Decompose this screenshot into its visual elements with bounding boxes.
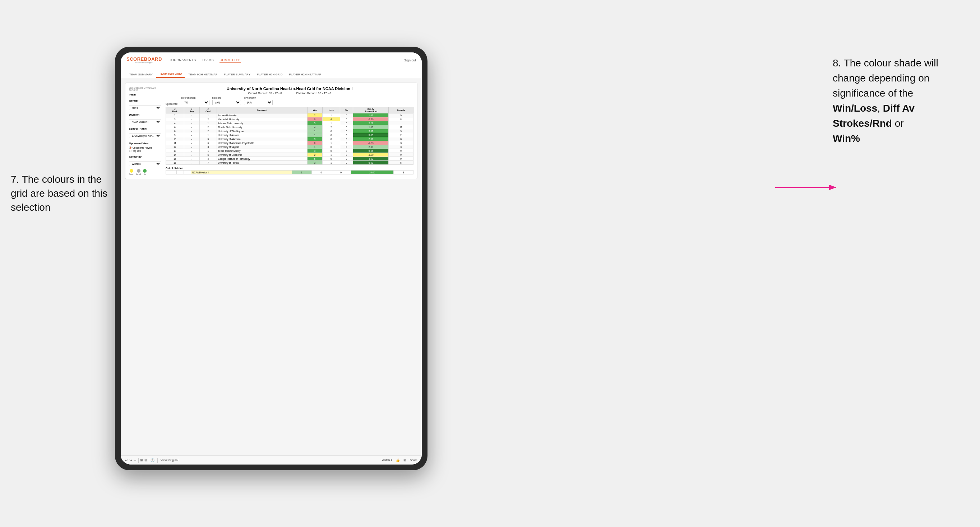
cell-5: 1 — [322, 153, 340, 157]
cell-1: - — [184, 145, 199, 149]
sidebar-gender: Gender Men's — [129, 99, 161, 110]
grid-icon[interactable]: ⊞ — [403, 459, 406, 462]
cell-1: - — [184, 153, 199, 157]
format-icon[interactable]: ⊟ — [145, 459, 147, 462]
cell-4: 3 — [307, 137, 322, 141]
conference-filter[interactable]: (All) — [181, 100, 210, 105]
nav-teams[interactable]: TEAMS — [202, 57, 214, 63]
cell-2: 1 — [199, 121, 216, 125]
cell-4: 1 — [307, 133, 322, 137]
col-rounds: Rounds — [389, 107, 414, 113]
cell-6: 0 — [340, 161, 353, 165]
gender-select[interactable]: Men's — [129, 106, 161, 110]
cell-8: 8 — [389, 137, 414, 141]
cell-8: 9 — [389, 113, 414, 117]
radio-opponents-played[interactable]: Opponents Played — [129, 146, 161, 149]
sign-out-link[interactable]: Sign out — [404, 59, 416, 62]
cell-5: 0 — [322, 137, 340, 141]
copy-icon[interactable]: ⊞ — [140, 459, 143, 462]
cell-5: 1 — [322, 161, 340, 165]
table-header-row: #Rank #Reg #Conf Opponent Win Loss Tie D… — [166, 107, 414, 113]
cell-0: 14 — [166, 153, 184, 157]
cell-0: 12 — [166, 145, 184, 149]
tab-team-summary[interactable]: TEAM SUMMARY — [126, 71, 156, 78]
colour-by-select[interactable]: Win/loss — [129, 162, 161, 166]
cell-3: Arizona State University — [216, 121, 307, 125]
toolbar-right: Watch ▾ 👍 ⊞ Share — [382, 459, 417, 462]
cell-6: 0 — [340, 153, 353, 157]
cell-0: 6 — [166, 125, 184, 129]
table-row: 9-1University of Arizona1009.002 — [166, 133, 414, 137]
out-of-division-loss: 0 — [312, 170, 331, 175]
share-btn[interactable]: Share — [410, 459, 417, 462]
cell-6: 0 — [340, 117, 353, 121]
legend-up: Up — [143, 169, 146, 175]
cell-0: 3 — [166, 117, 184, 121]
ipad-screen: SCOREBOARD Powered by clippd TOURNAMENTS… — [121, 52, 422, 465]
tab-player-h2h-heatmap[interactable]: PLAYER H2H HEATMAP — [286, 71, 324, 78]
thumbs-icon[interactable]: 👍 — [396, 459, 400, 462]
cell-6: 0 — [340, 125, 353, 129]
cell-1: - — [184, 141, 199, 145]
grid-area: #Rank #Reg #Conf Opponent Win Loss Tie D… — [165, 107, 414, 175]
out-of-division-win: 1 — [292, 170, 312, 175]
cell-5: 1 — [322, 113, 340, 117]
filter-region: Region (All) — [212, 97, 241, 105]
cell-6: 0 — [340, 137, 353, 141]
table-row: 13-1Texas Tech University3005.569 — [166, 149, 414, 153]
cell-2: 1 — [199, 113, 216, 117]
table-row: 3-2Vanderbilt University040-2.298 — [166, 117, 414, 121]
legend-level: Level — [136, 169, 141, 175]
cell-0: 9 — [166, 133, 184, 137]
cell-0: 15 — [166, 157, 184, 161]
cell-8: 2 — [389, 133, 414, 137]
region-filter[interactable]: (All) — [212, 100, 241, 105]
redo-icon[interactable]: ↪ — [129, 459, 132, 462]
cell-7: 1.67 — [353, 113, 389, 117]
radio-top100[interactable]: Top 100 — [129, 150, 161, 152]
col-diff: Diff AvStrokes/Rnd — [353, 107, 389, 113]
cell-3: University of Virginia — [216, 145, 307, 149]
sidebar-opponent-view: Opponent View Opponents Played Top 100 — [129, 142, 161, 152]
tab-player-summary[interactable]: PLAYER SUMMARY — [221, 71, 253, 78]
cell-7: 5.56 — [353, 149, 389, 153]
forward-icon[interactable]: → — [134, 459, 137, 462]
clock-icon[interactable]: 🕐 — [151, 459, 154, 462]
school-select[interactable]: 1. University of Nort... — [129, 133, 161, 138]
tab-player-h2h-grid[interactable]: PLAYER H2H GRID — [254, 71, 285, 78]
nav-committee[interactable]: COMMITTEE — [220, 57, 241, 63]
cell-4: 1 — [307, 129, 322, 133]
cell-8: 9 — [389, 149, 414, 153]
right-arrow-svg — [775, 182, 840, 193]
cell-0: 16 — [166, 161, 184, 165]
division-select[interactable]: NCAA Division I — [129, 119, 161, 124]
cell-1: - — [184, 125, 199, 129]
cell-8: 9 — [389, 157, 414, 161]
tab-team-h2h-heatmap[interactable]: TEAM H2H HEATMAP — [185, 71, 220, 78]
ipad-frame: SCOREBOARD Powered by clippd TOURNAMENTS… — [115, 47, 428, 470]
table-row: 8-2University of Washington1003.673 — [166, 129, 414, 133]
main-content: Last Updated: 27/03/2024 16:55:38 Team G… — [121, 78, 422, 455]
logo: SCOREBOARD Powered by clippd — [126, 57, 162, 63]
watch-btn[interactable]: Watch ▾ — [382, 459, 392, 462]
cell-1: - — [184, 161, 199, 165]
opponent-filter[interactable]: (All) — [244, 100, 273, 105]
legend-down: Down — [129, 169, 134, 175]
nav-tournaments[interactable]: TOURNAMENTS — [169, 57, 196, 63]
cell-7: 2.61 — [353, 137, 389, 141]
cell-4: 0 — [307, 141, 322, 145]
cell-0: 13 — [166, 149, 184, 153]
cell-1: - — [184, 137, 199, 141]
cell-2: 5 — [199, 137, 216, 141]
col-rank: #Rank — [166, 107, 184, 113]
cell-3: University of Arizona — [216, 133, 307, 137]
cell-4: 4 — [307, 125, 322, 129]
cell-1: - — [184, 121, 199, 125]
cell-1: - — [184, 117, 199, 121]
undo-icon[interactable]: ↩ — [125, 459, 128, 462]
tab-team-h2h-grid[interactable]: TEAM H2H GRID — [156, 70, 185, 78]
cell-1: - — [184, 113, 199, 117]
cell-5: 0 — [322, 133, 340, 137]
cell-5: 0 — [322, 129, 340, 133]
cell-3: Vanderbilt University — [216, 117, 307, 121]
